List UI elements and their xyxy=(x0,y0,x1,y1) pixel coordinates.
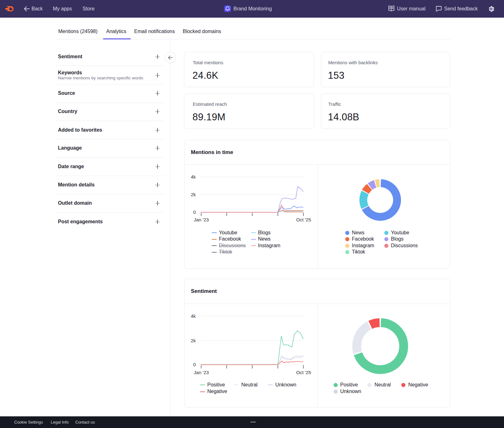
svg-text:Oct '25: Oct '25 xyxy=(296,217,311,222)
svg-text:0: 0 xyxy=(193,209,196,215)
svg-text:4k: 4k xyxy=(191,174,196,180)
svg-text:2k: 2k xyxy=(191,338,196,343)
svg-text:Jan '23: Jan '23 xyxy=(194,370,209,375)
svg-text:0: 0 xyxy=(193,362,196,367)
svg-text:Oct '25: Oct '25 xyxy=(296,370,311,375)
svg-text:Jan '23: Jan '23 xyxy=(194,217,209,222)
svg-text:4k: 4k xyxy=(191,313,196,319)
svg-text:2k: 2k xyxy=(191,192,196,197)
